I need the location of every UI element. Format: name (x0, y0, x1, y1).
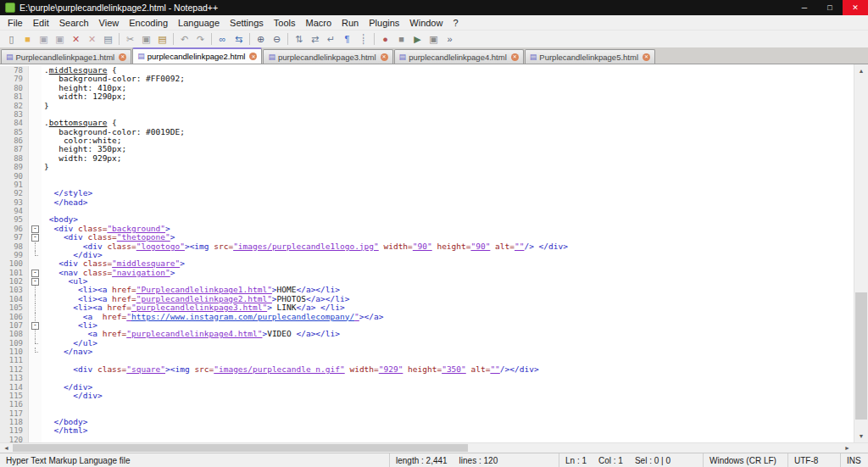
run-macro-multiple-icon[interactable]: » (442, 32, 457, 47)
code-line-90[interactable]: 90 (0, 172, 854, 181)
menu-plugins[interactable]: Plugins (364, 17, 404, 29)
code-line-88[interactable]: 88 width: 929px; (0, 154, 854, 163)
tab-purplecandlelinkpage4.html[interactable]: ▤purplecandlelinkpage4.html✕ (394, 49, 524, 64)
code-line-101[interactable]: 101- <nav class="navigation"> (0, 269, 854, 277)
code-line-86[interactable]: 86 color:white; (0, 136, 854, 145)
tab-close-icon[interactable]: ✕ (381, 53, 388, 61)
code-area[interactable]: 78.middlesquare {79 background-color: #F… (0, 64, 854, 442)
fold-marker[interactable]: - (29, 269, 42, 277)
code-line-106[interactable]: 106 <a href="https://www.instagram.com/p… (0, 313, 854, 321)
menu-edit[interactable]: Edit (28, 17, 54, 29)
code-line-89[interactable]: 89} (0, 163, 854, 171)
code-line-112[interactable]: 112 <div class="square"><img src="images… (0, 365, 854, 374)
save-file-icon[interactable]: ▣ (36, 32, 51, 47)
fold-collapse-icon[interactable]: - (31, 225, 39, 233)
find-icon[interactable]: ∞ (215, 32, 230, 47)
sync-vertical-scroll-icon[interactable]: ⇅ (292, 32, 306, 47)
tab-close-icon[interactable]: ✕ (511, 53, 519, 61)
code-line-108[interactable]: 108 <a href="purplecandlelinkpage4.html"… (0, 330, 854, 338)
horizontal-scroll-track[interactable] (13, 443, 841, 453)
menu-window[interactable]: Window (404, 17, 448, 29)
tab-close-icon[interactable]: ✕ (249, 53, 257, 60)
tab-close-icon[interactable]: ✕ (119, 53, 126, 61)
tab-purplecandlelinkpage3.html[interactable]: ▤purplecandlelinkpage3.html✕ (263, 49, 392, 64)
status-encoding[interactable]: UTF-8 (788, 453, 841, 467)
code-line-117[interactable]: 117 (0, 409, 854, 418)
fold-collapse-icon[interactable]: - (31, 234, 39, 242)
redo-icon[interactable]: ↷ (193, 32, 208, 47)
fold-marker[interactable]: - (29, 233, 42, 242)
code-line-85[interactable]: 85 background-color: #0019DE; (0, 128, 854, 136)
zoom-in-icon[interactable]: ⊕ (253, 32, 268, 47)
paste-icon[interactable]: ▤ (155, 32, 170, 47)
fold-marker[interactable]: - (29, 321, 42, 330)
code-line-110[interactable]: 110 </nav> (0, 347, 854, 356)
close-button[interactable]: ✕ (843, 0, 868, 15)
cut-icon[interactable]: ✂ (123, 32, 137, 47)
code-line-79[interactable]: 79 background-color: #FF0092; (0, 75, 854, 83)
tab-close-icon[interactable]: ✕ (643, 53, 650, 61)
fold-collapse-icon[interactable]: - (31, 270, 39, 277)
code-line-87[interactable]: 87 height: 350px; (0, 145, 854, 153)
fold-collapse-icon[interactable]: - (31, 322, 39, 330)
scroll-down-icon[interactable]: ▼ (854, 430, 868, 442)
scroll-up-icon[interactable]: ▲ (854, 64, 868, 77)
menu-view[interactable]: View (94, 17, 125, 29)
vertical-scroll-thumb[interactable] (855, 292, 867, 420)
copy-icon[interactable]: ▣ (139, 32, 153, 47)
close-all-icon[interactable]: ✕ (85, 32, 99, 47)
menu-tools[interactable]: Tools (269, 17, 301, 29)
scroll-left-icon[interactable]: ◄ (0, 443, 13, 453)
code-line-82[interactable]: 82} (0, 102, 854, 110)
code-line-119[interactable]: 119 </html> (0, 426, 854, 435)
vertical-scroll-track[interactable] (854, 77, 868, 430)
code-line-94[interactable]: 94 (0, 207, 854, 215)
sync-horizontal-scroll-icon[interactable]: ⇄ (308, 32, 322, 47)
code-line-120[interactable]: 120 (0, 436, 854, 442)
menu-search[interactable]: Search (54, 17, 94, 29)
replace-icon[interactable]: ⇆ (231, 32, 246, 47)
tab-purplecandlelinkpage2.html[interactable]: ▤purplecandlelinkpage2.html✕ (132, 47, 262, 64)
code-line-115[interactable]: 115 </div> (0, 392, 854, 400)
code-line-114[interactable]: 114 </div> (0, 383, 854, 392)
save-macro-icon[interactable]: ▣ (426, 32, 441, 47)
menu-settings[interactable]: Settings (225, 17, 269, 29)
new-file-icon[interactable]: ▯ (4, 32, 19, 47)
maximize-button[interactable]: □ (817, 0, 843, 15)
tab-Purplecandlelinkpage1.html[interactable]: ▤Purplecandlelinkpage1.html✕ (1, 49, 131, 64)
code-line-98[interactable]: 98 <div class="logotogo"><img src="image… (0, 242, 854, 251)
word-wrap-icon[interactable]: ↵ (324, 32, 338, 47)
horizontal-scroll-thumb[interactable] (13, 444, 468, 452)
play-macro-icon[interactable]: ▶ (410, 32, 425, 47)
menu-encoding[interactable]: Encoding (124, 17, 173, 29)
code-line-93[interactable]: 93 </head> (0, 198, 854, 207)
minimize-button[interactable]: ─ (792, 0, 817, 15)
scroll-right-icon[interactable]: ► (841, 443, 854, 453)
tab-Purplecandlelinkpage5.html[interactable]: ▤Purplecandlelinkpage5.html✕ (525, 49, 655, 64)
code-line-81[interactable]: 81 width: 1290px; (0, 92, 854, 101)
code-line-116[interactable]: 116 (0, 400, 854, 409)
show-all-characters-icon[interactable]: ¶ (340, 32, 354, 47)
open-file-icon[interactable]: ■ (20, 32, 35, 47)
save-all-icon[interactable]: ▣ (53, 32, 67, 47)
fold-collapse-icon[interactable]: - (31, 278, 39, 286)
code-line-92[interactable]: 92 </style> (0, 189, 854, 197)
indent-guide-icon[interactable]: ┊ (356, 32, 370, 47)
vertical-scrollbar[interactable]: ▲ ▼ (854, 64, 868, 442)
close-file-icon[interactable]: ✕ (69, 32, 83, 47)
code-line-118[interactable]: 118 </body> (0, 418, 854, 426)
fold-marker[interactable]: - (29, 225, 42, 233)
code-line-83[interactable]: 83 (0, 110, 854, 119)
zoom-out-icon[interactable]: ⊖ (270, 32, 284, 47)
horizontal-scrollbar[interactable]: ◄ ► (0, 442, 868, 453)
menu-help[interactable]: ? (448, 17, 463, 29)
record-macro-icon[interactable]: ● (378, 32, 392, 47)
code-line-113[interactable]: 113 (0, 374, 854, 382)
menu-run[interactable]: Run (337, 17, 364, 29)
print-icon[interactable]: ▤ (101, 32, 115, 47)
code-line-91[interactable]: 91 (0, 181, 854, 189)
code-line-80[interactable]: 80 height: 410px; (0, 84, 854, 92)
menu-language[interactable]: Language (173, 17, 225, 29)
stop-macro-icon[interactable]: ■ (394, 32, 409, 47)
status-insert-mode[interactable]: INS (841, 453, 868, 467)
